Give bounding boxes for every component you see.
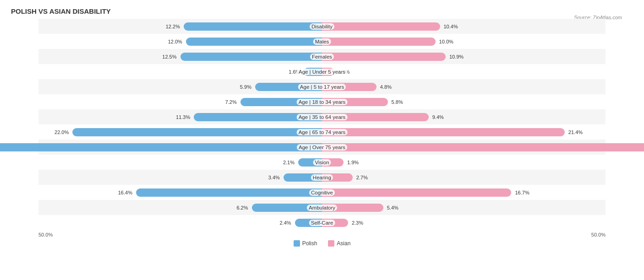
asian-color-box [328, 240, 334, 247]
polish-bar [136, 188, 322, 197]
chart-row: 1.6%Age | Under 5 years1.1% [38, 64, 606, 79]
row-label: Age | 5 to 17 years [298, 84, 346, 90]
chart-row: 5.9%Age | 5 to 17 years4.8% [38, 79, 606, 94]
bar-container: Self-Care [38, 218, 606, 228]
asian-bar [322, 143, 644, 151]
chart-row: 2.4%Self-Care2.3% [38, 215, 606, 230]
bar-container: Females [38, 52, 606, 62]
row-label: Self-Care [309, 220, 335, 226]
asian-value: 21.4% [568, 129, 583, 135]
bar-container: Age | Under 5 years [38, 67, 606, 77]
bar-container: Ambulatory [38, 203, 606, 213]
asian-bar [322, 188, 511, 197]
chart-row: 6.2%Ambulatory5.4% [38, 200, 606, 215]
asian-value: 2.7% [356, 175, 368, 180]
row-label: Age | Under 5 years [297, 69, 347, 75]
row-label: Age | 65 to 74 years [297, 129, 348, 135]
chart-row: 45.3%Age | Over 75 years46.9% [38, 140, 606, 155]
bar-container: Hearing [38, 172, 606, 183]
polish-bar [184, 22, 322, 31]
polish-bar [0, 143, 322, 151]
asian-value: 16.7% [515, 190, 529, 195]
axis-left: 50.0% [38, 232, 53, 237]
row-label: Age | 18 to 34 years [297, 99, 348, 105]
bar-container: Age | 65 to 74 years [38, 127, 606, 137]
row-label: Age | 35 to 64 years [297, 114, 348, 120]
row-label: Disability [310, 23, 334, 30]
asian-value: 10.0% [439, 39, 453, 44]
asian-bar [322, 128, 565, 136]
chart-row: 3.4%Hearing2.7% [38, 170, 606, 185]
row-label: Males [313, 38, 331, 45]
bar-container: Age | Over 75 years [38, 142, 606, 152]
row-label: Age | Over 75 years [297, 144, 347, 151]
chart-row: 22.0%Age | 65 to 74 years21.4% [38, 124, 606, 140]
bar-container: Males [38, 37, 606, 47]
legend-polish: Polish [294, 240, 317, 247]
polish-bar [180, 53, 322, 61]
bar-container: Disability [38, 22, 606, 32]
asian-bar [322, 53, 446, 61]
bar-container: Age | 5 to 17 years [38, 82, 606, 92]
row-label: Females [310, 54, 334, 60]
chart-row: 12.2%Disability10.4% [38, 19, 606, 34]
polish-color-box [294, 240, 300, 247]
asian-value: 10.4% [444, 24, 458, 29]
bar-container: Age | 35 to 64 years [38, 112, 606, 122]
chart-row: 11.3%Age | 35 to 64 years9.4% [38, 109, 606, 124]
axis-row: 50.0% 50.0% [38, 232, 606, 237]
chart-title: POLISH VS ASIAN DISABILITY [11, 7, 633, 15]
asian-value: 9.4% [432, 114, 444, 120]
chart-row: 2.1%Vision1.9% [38, 155, 606, 170]
bar-container: Vision [38, 157, 606, 167]
asian-value: 4.8% [380, 84, 392, 90]
row-label: Ambulatory [307, 205, 337, 211]
bar-container: Age | 18 to 34 years [38, 97, 606, 107]
polish-bar [186, 38, 322, 46]
asian-value: 1.9% [347, 160, 359, 165]
asian-value: 10.9% [449, 54, 464, 59]
chart-row: 12.0%Males10.0% [38, 34, 606, 49]
asian-value: 2.3% [352, 220, 363, 226]
axis-right: 50.0% [591, 232, 606, 237]
row-label: Cognitive [309, 189, 335, 196]
chart-area: 12.2%Disability10.4%12.0%Males10.0%12.5%… [38, 19, 606, 230]
asian-value: 5.4% [387, 205, 398, 210]
chart-row: 7.2%Age | 18 to 34 years5.8% [38, 94, 606, 109]
legend: Polish Asian [11, 240, 633, 247]
asian-legend-label: Asian [337, 240, 350, 247]
asian-bar [322, 22, 440, 31]
row-label: Hearing [311, 174, 333, 181]
legend-asian: Asian [328, 240, 350, 247]
asian-value: 5.8% [392, 99, 403, 105]
row-label: Vision [313, 159, 331, 166]
asian-bar [322, 38, 436, 46]
chart-row: 16.4%Cognitive16.7% [38, 185, 606, 200]
polish-legend-label: Polish [302, 240, 317, 247]
chart-row: 12.5%Females10.9% [38, 49, 606, 64]
polish-bar [72, 128, 322, 136]
